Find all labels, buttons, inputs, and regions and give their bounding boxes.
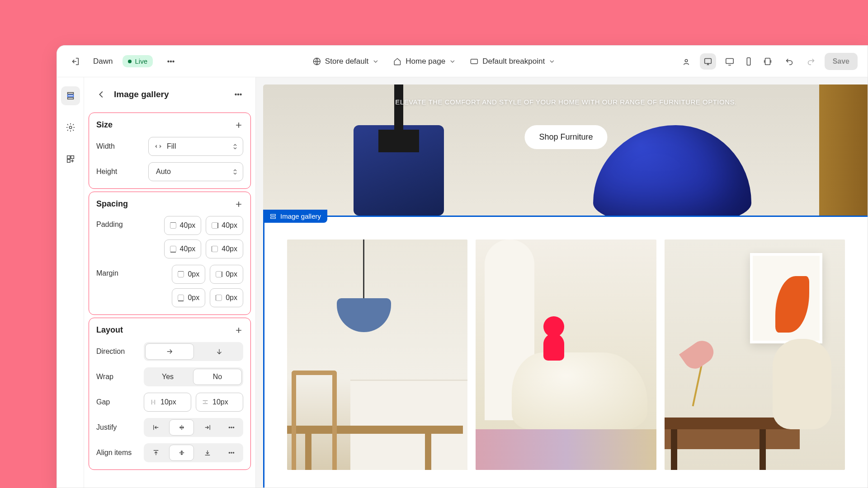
device-fullscreen-button[interactable] bbox=[760, 53, 776, 70]
wrap-no-button[interactable]: No bbox=[193, 369, 242, 385]
svg-rect-26 bbox=[271, 214, 276, 216]
gap-row-input[interactable]: 10px bbox=[196, 393, 243, 412]
align-start-button[interactable] bbox=[144, 443, 168, 462]
margin-left-input[interactable]: 0px bbox=[210, 288, 243, 307]
add-spacing-prop-button[interactable] bbox=[234, 200, 243, 209]
hero-tagline: ELEVATE THE COMFORT AND STYLE OF YOUR HO… bbox=[395, 98, 736, 106]
svg-point-21 bbox=[231, 427, 231, 428]
arrow-down-icon bbox=[215, 347, 223, 356]
more-icon bbox=[227, 449, 236, 457]
preview-mode-button[interactable] bbox=[678, 53, 694, 70]
inspector-mode-button[interactable] bbox=[700, 53, 716, 70]
gallery-icon bbox=[269, 213, 277, 220]
margin-right-input[interactable]: 0px bbox=[210, 265, 243, 284]
label-justify: Justify bbox=[96, 423, 117, 432]
align-end-button[interactable] bbox=[195, 443, 219, 462]
exit-editor-button[interactable] bbox=[67, 53, 83, 70]
display-icon bbox=[470, 57, 479, 66]
breakpoint-selector[interactable]: Default breakpoint bbox=[470, 57, 556, 66]
panel-title-size: Size bbox=[96, 120, 113, 130]
direction-segmented bbox=[144, 342, 243, 361]
edge-bottom-icon bbox=[170, 246, 176, 252]
label-margin: Margin bbox=[96, 265, 118, 277]
home-icon bbox=[393, 57, 402, 66]
label-padding: Padding bbox=[96, 216, 123, 229]
stepper-icon bbox=[233, 144, 237, 150]
stepper-icon bbox=[233, 169, 237, 175]
device-mobile-button[interactable] bbox=[741, 53, 757, 70]
svg-rect-11 bbox=[67, 95, 73, 97]
justify-more-button[interactable] bbox=[219, 418, 243, 437]
justify-start-icon bbox=[152, 423, 160, 432]
panel-title-spacing: Spacing bbox=[96, 199, 128, 209]
svg-rect-10 bbox=[67, 93, 73, 94]
hero-cta-button[interactable]: Shop Furniture bbox=[524, 125, 607, 149]
justify-start-button[interactable] bbox=[144, 418, 168, 437]
rail-settings-button[interactable] bbox=[61, 118, 80, 137]
svg-rect-27 bbox=[271, 217, 276, 218]
rail-apps-button[interactable] bbox=[61, 150, 80, 169]
edge-left-icon bbox=[212, 246, 218, 252]
svg-rect-9 bbox=[765, 58, 770, 65]
gallery-image-1[interactable] bbox=[287, 239, 467, 470]
gap-column-input[interactable]: 10px bbox=[144, 393, 191, 412]
more-actions-button[interactable] bbox=[163, 53, 179, 70]
selection-tag[interactable]: Image gallery bbox=[263, 210, 327, 223]
page-selector[interactable]: Home page bbox=[393, 57, 456, 66]
context-selector[interactable]: Store default bbox=[312, 57, 379, 66]
gap-column-icon bbox=[150, 399, 157, 406]
height-select[interactable]: Auto bbox=[148, 162, 243, 181]
svg-point-24 bbox=[231, 452, 231, 453]
svg-point-18 bbox=[238, 94, 239, 95]
padding-bottom-input[interactable]: 40px bbox=[164, 239, 202, 258]
preview-canvas[interactable]: ELEVATE THE COMFORT AND STYLE OF YOUR HO… bbox=[256, 77, 868, 488]
image-gallery-section[interactable] bbox=[263, 216, 868, 488]
redo-button[interactable] bbox=[803, 53, 819, 70]
svg-point-5 bbox=[685, 59, 688, 62]
justify-center-icon bbox=[178, 423, 186, 432]
undo-button[interactable] bbox=[781, 53, 797, 70]
panel-title-layout: Layout bbox=[96, 325, 123, 335]
chevron-down-icon bbox=[372, 58, 379, 65]
wrap-yes-button[interactable]: Yes bbox=[144, 367, 192, 386]
hero-section[interactable]: ELEVATE THE COMFORT AND STYLE OF YOUR HO… bbox=[263, 84, 868, 216]
svg-rect-7 bbox=[726, 58, 733, 63]
device-desktop-button[interactable] bbox=[722, 53, 738, 70]
margin-top-input[interactable]: 0px bbox=[172, 265, 205, 284]
label-direction: Direction bbox=[96, 347, 125, 356]
svg-point-23 bbox=[229, 452, 230, 453]
label-gap: Gap bbox=[96, 398, 110, 406]
svg-rect-14 bbox=[67, 156, 70, 159]
direction-column-button[interactable] bbox=[195, 342, 243, 361]
padding-top-input[interactable]: 40px bbox=[164, 216, 202, 235]
gallery-image-2[interactable] bbox=[476, 239, 656, 470]
gallery-image-3[interactable] bbox=[665, 239, 845, 470]
direction-row-button[interactable] bbox=[145, 343, 194, 360]
edge-left-icon bbox=[216, 295, 222, 301]
padding-right-input[interactable]: 40px bbox=[206, 216, 243, 235]
width-select[interactable]: Fill bbox=[148, 137, 243, 156]
add-layout-prop-button[interactable] bbox=[234, 326, 243, 335]
justify-end-button[interactable] bbox=[195, 418, 219, 437]
align-center-button[interactable] bbox=[169, 445, 194, 461]
inspector-more-button[interactable] bbox=[230, 86, 246, 103]
justify-center-button[interactable] bbox=[169, 419, 194, 436]
svg-point-1 bbox=[170, 61, 172, 62]
svg-rect-12 bbox=[67, 98, 73, 99]
align-end-icon bbox=[203, 449, 212, 457]
padding-left-input[interactable]: 40px bbox=[206, 239, 243, 258]
add-size-prop-button[interactable] bbox=[234, 121, 243, 130]
gap-row-icon bbox=[202, 399, 209, 406]
globe-icon bbox=[312, 57, 321, 66]
align-more-button[interactable] bbox=[219, 443, 243, 462]
svg-point-17 bbox=[235, 94, 236, 95]
back-button[interactable] bbox=[93, 86, 109, 103]
save-button[interactable]: Save bbox=[825, 53, 858, 70]
app-window: Dawn Live Store default Home page bbox=[57, 45, 868, 488]
rail-sections-button[interactable] bbox=[61, 86, 80, 105]
edge-top-icon bbox=[170, 222, 176, 229]
margin-bottom-input[interactable]: 0px bbox=[172, 288, 205, 307]
tool-rail bbox=[57, 77, 84, 488]
svg-rect-4 bbox=[471, 59, 478, 64]
align-segmented bbox=[144, 443, 243, 462]
